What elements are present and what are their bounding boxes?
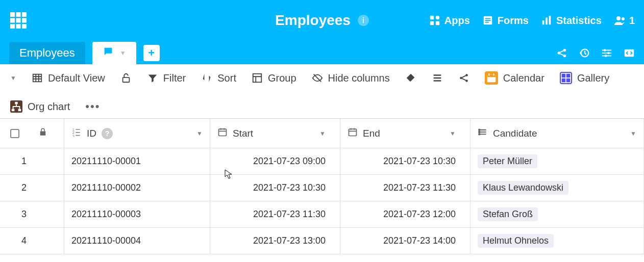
svg-rect-46	[566, 78, 571, 83]
view-selector[interactable]: Default View	[32, 72, 105, 84]
view-label: Default View	[48, 72, 105, 84]
column-menu-candidate-icon[interactable]: ▼	[630, 130, 636, 137]
svg-rect-17	[542, 20, 544, 24]
svg-rect-42	[493, 73, 494, 76]
grid-header-row: 123 ID ? ▼ Start ▼ End ▼	[0, 119, 644, 148]
cell-id[interactable]: 20211110-00004	[64, 228, 210, 254]
cell-start[interactable]: 2021-07-23 13:00	[210, 228, 340, 254]
embed-icon[interactable]	[624, 47, 635, 60]
svg-point-30	[607, 52, 610, 55]
help-icon[interactable]: ?	[102, 128, 113, 139]
tab-caret-icon[interactable]: ▼	[120, 49, 126, 57]
svg-rect-14	[485, 18, 490, 19]
more-button[interactable]: •••	[85, 100, 100, 113]
svg-rect-50	[40, 132, 46, 136]
tab-employees[interactable]: Employees	[9, 42, 85, 64]
column-end-label: End	[363, 128, 380, 139]
filter-button[interactable]: Filter	[147, 72, 186, 84]
svg-rect-19	[549, 16, 551, 24]
calendar-button[interactable]: Calendar	[485, 71, 544, 85]
paint-button[interactable]	[405, 72, 416, 84]
svg-point-31	[605, 55, 607, 57]
cell-start[interactable]: 2021-07-23 09:00	[210, 148, 340, 174]
svg-rect-10	[436, 16, 439, 19]
svg-rect-27	[602, 53, 611, 54]
tab-comments[interactable]: ▼	[92, 42, 136, 64]
lock-toggle[interactable]	[120, 72, 132, 84]
svg-rect-33	[33, 74, 42, 82]
cell-id[interactable]: 20211110-00003	[64, 201, 210, 227]
share-icon[interactable]	[556, 47, 567, 60]
cell-start[interactable]: 2021-07-23 10:30	[210, 175, 340, 201]
toolbar-caret[interactable]: ▼	[10, 74, 16, 82]
candidate-tag[interactable]: Stefan Groß	[478, 207, 538, 221]
row-number: 4	[0, 235, 30, 246]
user-count[interactable]: 1	[614, 14, 635, 27]
svg-rect-34	[122, 77, 129, 82]
cell-candidate[interactable]: Peter Müller	[470, 148, 644, 174]
lock-column-icon[interactable]	[38, 127, 47, 139]
sort-button[interactable]: Sort	[201, 72, 236, 84]
column-menu-start-icon[interactable]: ▼	[319, 130, 326, 137]
table-row[interactable]: 320211110-000032021-07-23 11:302021-07-2…	[0, 201, 644, 228]
app-grid-icon[interactable]	[9, 11, 28, 30]
calendar-icon	[485, 71, 498, 85]
svg-rect-5	[22, 18, 27, 23]
svg-rect-2	[22, 12, 27, 17]
column-header-id[interactable]: 123 ID ? ▼	[64, 119, 210, 148]
cell-id[interactable]: 20211110-00002	[64, 175, 210, 201]
candidate-tag[interactable]: Helmut Ohnelos	[478, 234, 554, 248]
date-icon	[348, 127, 358, 140]
svg-point-24	[563, 55, 566, 58]
svg-point-57	[479, 132, 480, 133]
hide-columns-button[interactable]: Hide columns	[312, 72, 390, 84]
column-start-label: Start	[233, 128, 253, 139]
svg-rect-9	[430, 16, 434, 19]
table-row[interactable]: 120211110-000012021-07-23 09:002021-07-2…	[0, 148, 644, 175]
table-row[interactable]: 420211110-000042021-07-23 13:002021-07-2…	[0, 228, 644, 254]
cell-start[interactable]: 2021-07-23 11:30	[210, 201, 340, 227]
share-view-button[interactable]	[458, 72, 469, 84]
svg-rect-16	[485, 22, 488, 23]
cell-candidate[interactable]: Stefan Groß	[470, 201, 644, 227]
top-header: Employees i Apps Forms Statistics 1	[0, 0, 644, 41]
orgchart-button[interactable]: Org chart	[10, 100, 70, 113]
sort-label: Sort	[217, 72, 236, 84]
svg-rect-26	[602, 50, 611, 51]
nav-forms[interactable]: Forms	[482, 15, 529, 27]
cell-candidate[interactable]: Klaus Lewandowski	[470, 175, 644, 201]
cell-candidate[interactable]: Helmut Ohnelos	[470, 228, 644, 254]
column-header-start[interactable]: Start ▼	[210, 119, 340, 148]
svg-point-22	[558, 51, 561, 55]
svg-rect-6	[10, 24, 15, 29]
cell-id[interactable]: 20211110-00001	[64, 148, 210, 174]
group-button[interactable]: Group	[252, 72, 296, 84]
column-header-candidate[interactable]: Candidate ▼	[470, 119, 644, 148]
tab-employees-label: Employees	[19, 46, 75, 60]
tabs-row: Employees ▼ +	[0, 41, 644, 64]
cell-end[interactable]: 2021-07-23 10:30	[340, 148, 470, 174]
nav-statistics[interactable]: Statistics	[541, 15, 602, 27]
column-header-end[interactable]: End ▼	[340, 119, 470, 148]
add-tab-button[interactable]: +	[143, 45, 160, 61]
settings-sliders-icon[interactable]	[601, 47, 612, 60]
nav-forms-label: Forms	[498, 15, 529, 27]
date-icon	[217, 127, 228, 140]
row-height-button[interactable]	[432, 72, 443, 84]
candidate-tag[interactable]: Klaus Lewandowski	[478, 181, 568, 195]
cell-end[interactable]: 2021-07-23 14:00	[340, 228, 470, 254]
svg-rect-55	[349, 129, 357, 136]
svg-rect-18	[546, 18, 548, 25]
table-row[interactable]: 220211110-000022021-07-23 10:302021-07-2…	[0, 175, 644, 201]
column-menu-end-icon[interactable]: ▼	[450, 130, 456, 137]
cell-end[interactable]: 2021-07-23 11:30	[340, 175, 470, 201]
candidate-tag[interactable]: Peter Müller	[478, 154, 537, 168]
select-all-checkbox[interactable]	[10, 129, 19, 138]
nav-apps[interactable]: Apps	[429, 15, 470, 27]
history-icon[interactable]	[579, 47, 590, 60]
info-icon[interactable]: i	[358, 15, 369, 26]
gallery-button[interactable]: Gallery	[560, 72, 609, 84]
cell-end[interactable]: 2021-07-23 12:00	[340, 201, 470, 227]
column-menu-id-icon[interactable]: ▼	[196, 130, 203, 137]
calendar-label: Calendar	[503, 72, 544, 84]
